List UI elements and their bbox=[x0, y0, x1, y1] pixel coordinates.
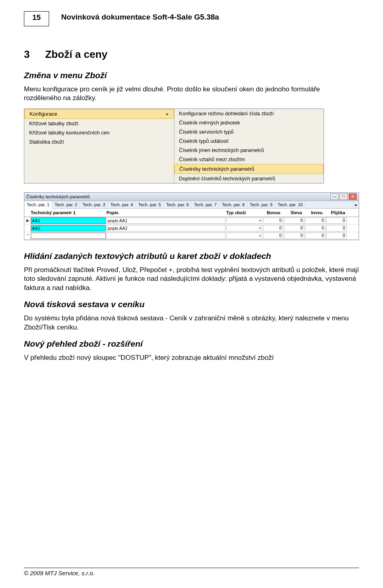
tab-label: Tech. par. 10 bbox=[278, 202, 303, 207]
tab-tech-par-8[interactable]: Tech. par. 8 bbox=[219, 201, 247, 208]
section-number: 3 bbox=[24, 48, 42, 61]
footer: © 2009 MTJ Service, s.r.o. bbox=[24, 568, 359, 577]
menu-column-right: Konfigurace režimu dohledání čísla zboží… bbox=[174, 109, 324, 183]
table-row: ▾ 0 0 0 0 bbox=[24, 225, 359, 232]
name-input[interactable] bbox=[31, 225, 106, 231]
subheading-prehled-zbozi: Nový přehled zboží - rozšíření bbox=[24, 339, 359, 349]
page-number-box: 15 bbox=[24, 11, 49, 26]
menu-item-label: Doplnění číselníků technických parametrů bbox=[179, 176, 275, 182]
menu-item-ciselnik-vztahu[interactable]: Číselník vztahů mezi zbožím bbox=[174, 155, 324, 164]
paragraph-tiskova-sestava: Do systému byla přidána nová tisková ses… bbox=[24, 314, 359, 332]
menu-item-ciselnik-jednotek[interactable]: Číselník měrných jednotek bbox=[174, 118, 324, 127]
col-popis: Popis bbox=[107, 210, 226, 215]
paragraph-hlidani: Při promáčknutí tlačítek Proveď, Ulož, P… bbox=[24, 266, 359, 292]
menu-item-label: Konfigurace režimu dohledání čísla zboží bbox=[179, 110, 274, 116]
popis-input[interactable] bbox=[107, 233, 225, 239]
typ-dropdown[interactable]: ▾ bbox=[226, 217, 262, 224]
name-input[interactable] bbox=[31, 217, 106, 224]
menu-item-konfig-rezim[interactable]: Konfigurace režimu dohledání čísla zboží bbox=[174, 109, 324, 118]
pujcka-cell[interactable]: 0 bbox=[326, 233, 347, 239]
section-title: Zboží a ceny bbox=[45, 48, 107, 60]
tab-tech-par-1[interactable]: Tech. par. 1 bbox=[24, 201, 52, 209]
subheading-tiskova-sestava: Nová tisková sestava v ceníku bbox=[24, 300, 359, 309]
col-name: Technický parametr 1 bbox=[31, 210, 107, 215]
menu-item-krizove-zbozi[interactable]: Křížové tabulky zboží bbox=[24, 119, 174, 128]
popis-input[interactable] bbox=[107, 217, 225, 224]
row-selector-icon[interactable]: ▶ bbox=[25, 218, 31, 223]
params-window-title: Číselníky technických parametrů bbox=[26, 194, 90, 199]
tab-tech-par-9[interactable]: Tech. par. 9 bbox=[247, 201, 275, 208]
tab-label: Tech. par. 3 bbox=[83, 202, 105, 207]
row-new-icon[interactable]: * bbox=[25, 233, 31, 238]
popis-input[interactable] bbox=[107, 225, 225, 231]
page-number: 15 bbox=[32, 13, 41, 22]
menu-item-label: Číselníky technických parametrů bbox=[180, 166, 255, 172]
sleva-cell[interactable]: 0 bbox=[284, 225, 304, 231]
paragraph-menu-change: Menu konfigurace pro ceník je již velmi … bbox=[24, 85, 359, 103]
col-pujcka: Půjčka bbox=[326, 210, 347, 215]
params-tabs: Tech. par. 1 Tech. par. 2 Tech. par. 3 T… bbox=[24, 201, 359, 209]
menu-item-label: Číselník vztahů mezi zbožím bbox=[179, 156, 245, 162]
tab-label: Tech. par. 1 bbox=[27, 202, 49, 207]
minimize-icon[interactable]: — bbox=[330, 193, 338, 200]
menu-item-ciselnik-jmen[interactable]: Číselník jmen technických parametrů bbox=[174, 146, 324, 155]
tab-label: Tech. par. 5 bbox=[138, 202, 161, 207]
menu-item-label: Číselník servisních typů bbox=[179, 129, 234, 135]
inves-cell[interactable]: 0 bbox=[305, 217, 326, 224]
typ-dropdown[interactable]: ▾ bbox=[226, 225, 262, 231]
inves-cell[interactable]: 0 bbox=[305, 233, 326, 239]
tab-tech-par-4[interactable]: Tech. par. 4 bbox=[108, 201, 136, 208]
tab-tech-par-7[interactable]: Tech. par. 7 bbox=[192, 201, 219, 208]
col-sleva: Sleva bbox=[283, 210, 304, 215]
tab-label: Tech. par. 9 bbox=[250, 202, 272, 207]
close-icon[interactable]: ✕ bbox=[349, 193, 357, 200]
column-headers: Technický parametr 1 Popis Typ zboží Bon… bbox=[24, 209, 359, 217]
menu-item-ciselnik-udalosti[interactable]: Číselník typů událostí bbox=[174, 136, 324, 146]
bonus-cell[interactable]: 0 bbox=[263, 217, 283, 224]
bonus-cell[interactable]: 0 bbox=[263, 225, 283, 231]
paragraph-prehled-zbozi: V přehledu zboží nový sloupec "DOSTUP", … bbox=[24, 353, 359, 362]
menu-item-label: Číselník jmen technických parametrů bbox=[179, 147, 264, 153]
table-row: ▶ ▾ 0 0 0 0 bbox=[24, 217, 359, 225]
tab-label: Tech. par. 7 bbox=[194, 202, 217, 207]
table-row-new: * ▾ 0 0 0 0 bbox=[24, 232, 359, 240]
menu-item-ciselniky-tech[interactable]: Číselníky technických parametrů bbox=[174, 164, 324, 174]
section-heading: 3 Zboží a ceny bbox=[24, 48, 359, 61]
typ-dropdown[interactable]: ▾ bbox=[226, 233, 262, 239]
menu-item-label: Číselník typů událostí bbox=[179, 138, 229, 144]
scroll-up-icon[interactable]: ▲ bbox=[353, 201, 359, 208]
tab-tech-par-6[interactable]: Tech. par. 6 bbox=[164, 201, 192, 208]
sleva-cell[interactable]: 0 bbox=[284, 233, 304, 239]
tab-tech-par-3[interactable]: Tech. par. 3 bbox=[80, 201, 108, 208]
menu-item-label: Číselník měrných jednotek bbox=[179, 120, 240, 126]
col-inves: Inves. bbox=[304, 210, 326, 215]
tab-tech-par-2[interactable]: Tech. par. 2 bbox=[52, 201, 80, 208]
subheading-menu-change: Změna v menu Zboží bbox=[24, 71, 359, 80]
menu-item-statistika[interactable]: Statistika zboží bbox=[24, 137, 174, 146]
tab-label: Tech. par. 8 bbox=[222, 202, 245, 207]
menu-column-left: Konfigurace Křížové tabulky zboží Křížov… bbox=[24, 109, 174, 183]
inves-cell[interactable]: 0 bbox=[305, 225, 326, 231]
menu-item-doplneni-ciselniku[interactable]: Doplnění číselníků technických parametrů bbox=[174, 174, 324, 183]
tab-label: Tech. par. 4 bbox=[111, 202, 133, 207]
menu-item-konfigurace[interactable]: Konfigurace bbox=[24, 109, 174, 119]
maximize-icon[interactable]: □ bbox=[340, 193, 347, 200]
header-title: Novinková dokumentace Soft-4-Sale G5.38a bbox=[61, 11, 219, 22]
tab-label: Tech. par. 2 bbox=[55, 202, 77, 207]
col-typ: Typ zboží bbox=[226, 210, 261, 215]
menu-item-ciselnik-servis[interactable]: Číselník servisních typů bbox=[174, 127, 324, 136]
pujcka-cell[interactable]: 0 bbox=[326, 217, 347, 224]
sleva-cell[interactable]: 0 bbox=[284, 217, 304, 224]
menu-screenshot: Konfigurace Křížové tabulky zboží Křížov… bbox=[24, 109, 324, 184]
params-window: Číselníky technických parametrů — □ ✕ Te… bbox=[24, 192, 359, 240]
pujcka-cell[interactable]: 0 bbox=[326, 225, 347, 231]
col-bonus: Bonus bbox=[261, 210, 283, 215]
menu-item-krizove-konkurence[interactable]: Křížové tabulky konkurenčních cen bbox=[24, 128, 174, 137]
name-input[interactable] bbox=[31, 233, 106, 239]
menu-item-label: Křížové tabulky zboží bbox=[29, 120, 79, 126]
menu-item-label: Křížové tabulky konkurenčních cen bbox=[29, 130, 110, 136]
tab-tech-par-10[interactable]: Tech. par. 10 bbox=[275, 201, 306, 208]
bonus-cell[interactable]: 0 bbox=[263, 233, 283, 239]
tab-tech-par-5[interactable]: Tech. par. 5 bbox=[136, 201, 164, 208]
menu-item-label: Statistika zboží bbox=[29, 139, 64, 145]
